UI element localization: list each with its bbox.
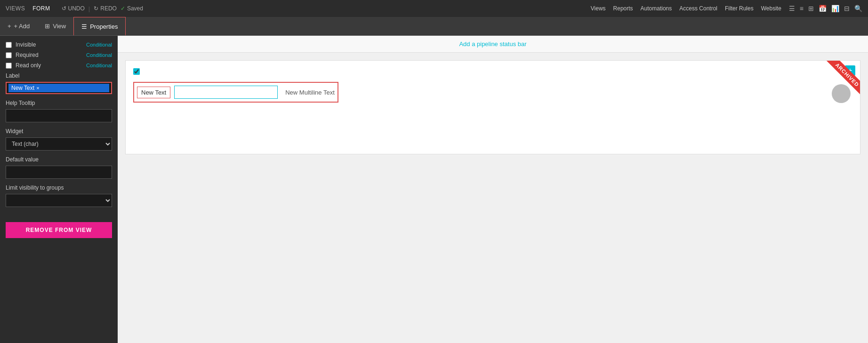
form-checkbox[interactable] [133,68,140,75]
default-value-title: Default value [6,156,112,163]
properties-button[interactable]: ☰ Properties [73,17,126,35]
form-checkbox-row [133,68,852,76]
label-section: Label New Text × [6,72,112,94]
search-icon[interactable]: 🔍 [854,5,862,12]
help-tooltip-section: Help Tooltip [6,100,112,122]
calendar-icon[interactable]: 📅 [819,5,827,12]
visibility-title: Limit visibility to groups [6,184,112,191]
required-row: Required Conditional [6,52,112,58]
read-only-row: Read only Conditional [6,62,112,69]
properties-icon: ☰ [81,23,87,30]
default-value-input[interactable] [6,166,112,179]
nav-access-control[interactable]: Access Control [679,5,717,12]
chart-icon[interactable]: 📊 [831,5,839,12]
field-input[interactable] [174,86,278,99]
form-container: + ARCHIVED New Text New Multiline Text [125,60,860,154]
required-conditional[interactable]: Conditional [86,52,112,58]
saved-status: ✓ Saved [121,5,143,12]
undo-label: UNDO [68,5,85,12]
nav-reports[interactable]: Reports [613,5,633,12]
list-icon[interactable]: ☰ [789,5,795,12]
label-text: New Text [11,85,34,91]
toolbar: + + Add ⊞ View ☰ Properties [0,17,868,36]
add-plus-button[interactable]: + [845,65,855,76]
top-nav-right: Views Reports Automations Access Control… [591,5,862,12]
nav-automations[interactable]: Automations [641,5,672,12]
undo-icon: ↺ [62,5,66,12]
invisible-label: Invisible [16,41,36,48]
read-only-conditional[interactable]: Conditional [86,63,112,68]
invisible-checkbox-group: Invisible [6,41,36,48]
nav-divider: | [88,5,90,12]
grid-icon[interactable]: ⊟ [844,5,850,12]
help-tooltip-title: Help Tooltip [6,100,112,106]
nav-form[interactable]: FORM [32,5,50,12]
undo-button[interactable]: ↺ UNDO [62,5,85,12]
widget-title: Widget [6,128,112,135]
visibility-select[interactable] [6,194,112,207]
remove-from-view-button[interactable]: REMOVE FROM VIEW [6,222,112,238]
view-icon: ⊞ [45,23,50,30]
help-tooltip-input[interactable] [6,109,112,122]
label-input-tag[interactable]: New Text × [8,84,109,92]
required-label: Required [16,52,39,58]
pipeline-status-bar[interactable]: Add a pipeline status bar [118,36,868,53]
widget-select[interactable]: Text (char) [6,137,112,151]
invisible-checkbox[interactable] [6,42,12,48]
plus-icon: + [848,66,852,75]
top-nav-left: VIEWS FORM [6,5,50,12]
content-area: Add a pipeline status bar + ARCHIVED New… [118,36,868,343]
field-multiline-label: New Multiline Text [285,89,335,96]
form-fields-row: New Text New Multiline Text [133,82,338,103]
redo-icon: ↻ [94,5,98,12]
read-only-checkbox[interactable] [6,63,12,69]
avatar [832,84,851,103]
read-only-label: Read only [16,62,41,69]
properties-label: Properties [90,23,118,30]
pipeline-bar-text: Add a pipeline status bar [459,40,526,48]
top-nav-actions: ↺ UNDO | ↻ REDO ✓ Saved [62,5,143,12]
default-value-section: Default value [6,156,112,179]
view-button[interactable]: ⊞ View [37,17,73,35]
redo-button[interactable]: ↻ REDO [94,5,117,12]
view-label: View [53,23,66,30]
main-layout: Invisible Conditional Required Condition… [0,36,868,343]
add-label: + Add [14,23,30,30]
nav-views-right[interactable]: Views [591,5,606,12]
nav-views[interactable]: VIEWS [6,5,25,12]
add-button[interactable]: + + Add [0,17,37,35]
label-remove-icon[interactable]: × [36,85,39,91]
invisible-row: Invisible Conditional [6,41,112,48]
nav-icons: ☰ ≡ ⊞ 📅 📊 ⊟ 🔍 [789,5,862,12]
text-icon[interactable]: ≡ [800,5,804,12]
visibility-section: Limit visibility to groups [6,184,112,207]
nav-filter-rules[interactable]: Filter Rules [725,5,754,12]
check-icon: ✓ [121,5,125,12]
read-only-checkbox-group: Read only [6,62,41,69]
sidebar: Invisible Conditional Required Condition… [0,36,118,343]
add-icon: + [8,23,11,30]
saved-text: Saved [127,5,143,12]
top-navigation: VIEWS FORM ↺ UNDO | ↻ REDO ✓ Saved Views… [0,0,868,17]
redo-label: REDO [100,5,117,12]
label-section-title: Label [6,72,112,79]
invisible-conditional[interactable]: Conditional [86,42,112,48]
label-input-wrapper: New Text × [6,82,112,94]
map-icon[interactable]: ⊞ [808,5,814,12]
required-checkbox-group: Required [6,52,39,58]
nav-website[interactable]: Website [761,5,781,12]
widget-section: Widget Text (char) [6,128,112,151]
required-checkbox[interactable] [6,52,12,58]
field-label: New Text [137,87,170,98]
